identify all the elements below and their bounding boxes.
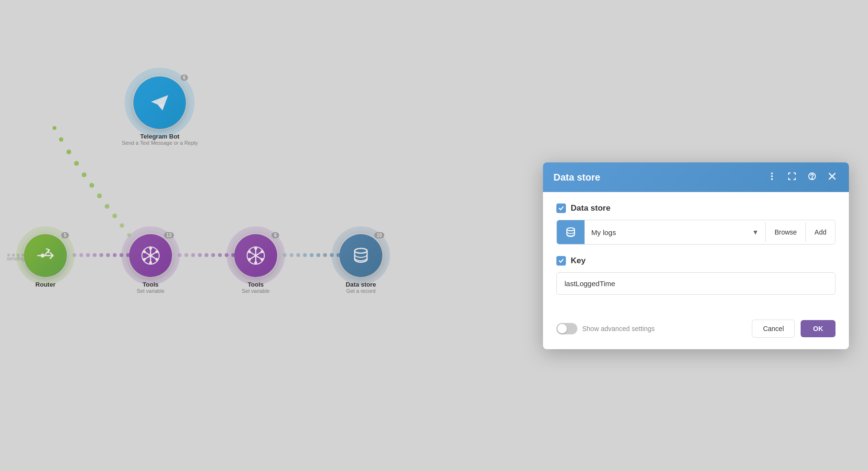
datastore-modal: Data store	[543, 162, 849, 349]
modal-close-btn[interactable]	[826, 171, 838, 183]
close-icon	[828, 172, 836, 181]
svg-point-70	[771, 172, 773, 174]
modal-header: Data store	[543, 162, 849, 192]
modal-fullscreen-btn[interactable]	[786, 171, 798, 183]
ds-icon-box	[557, 220, 585, 244]
key-section-title: Key	[571, 256, 586, 266]
ds-chevron-icon: ▼	[752, 228, 759, 236]
modal-help-btn[interactable]	[806, 171, 818, 183]
ds-add-btn[interactable]: Add	[805, 223, 835, 242]
advanced-label: Show advanced settings	[582, 325, 655, 332]
datastore-section-header: Data store	[556, 203, 835, 213]
svg-point-77	[567, 228, 575, 231]
svg-point-71	[771, 175, 773, 177]
svg-point-74	[812, 178, 813, 179]
modal-more-options-btn[interactable]	[766, 171, 778, 183]
modal-action-buttons	[766, 171, 838, 183]
ds-selected-value: My logs	[591, 228, 752, 236]
key-checkbox-check-icon	[558, 258, 564, 264]
toggle-knob	[557, 324, 567, 333]
svg-point-72	[771, 178, 773, 180]
key-input[interactable]	[556, 272, 835, 295]
cancel-button[interactable]: Cancel	[752, 320, 795, 338]
more-options-icon	[768, 172, 776, 181]
ds-selector: My logs ▼ Browse Add	[556, 220, 835, 245]
modal-footer: Show advanced settings Cancel OK	[543, 320, 849, 349]
modal-title: Data store	[553, 172, 600, 183]
ds-db-icon	[564, 226, 577, 238]
checkbox-check-icon	[558, 205, 564, 211]
ok-button[interactable]: OK	[801, 320, 835, 337]
advanced-settings-toggle: Show advanced settings	[556, 323, 746, 334]
key-checkbox[interactable]	[556, 256, 566, 266]
ds-browse-btn[interactable]: Browse	[765, 223, 805, 242]
advanced-toggle-switch[interactable]	[556, 323, 577, 334]
help-icon	[808, 172, 816, 181]
modal-body: Data store My logs ▼ Browse Add	[543, 192, 849, 320]
datastore-section-title: Data store	[571, 203, 610, 213]
datastore-checkbox[interactable]	[556, 203, 566, 213]
fullscreen-icon	[788, 172, 796, 181]
key-section-header: Key	[556, 256, 835, 266]
workflow-canvas: sending 5 Router	[0, 0, 868, 471]
ds-dropdown[interactable]: My logs ▼	[585, 228, 765, 236]
